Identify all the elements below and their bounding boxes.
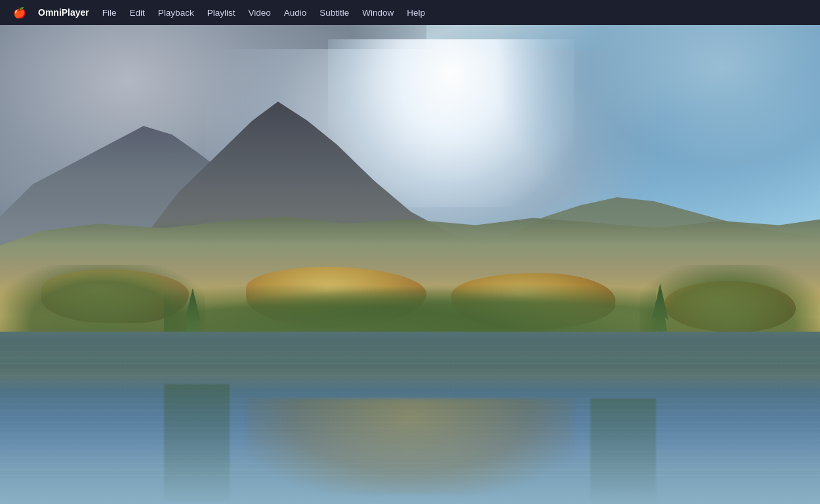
landscape-background — [0, 25, 820, 504]
menu-playlist[interactable]: Playlist — [201, 0, 242, 25]
apple-menu-icon[interactable]: 🍎 — [8, 7, 31, 19]
tree-water-reflection-right — [590, 398, 656, 504]
tree-water-reflection-left — [164, 384, 230, 504]
rock-water-reflection — [246, 398, 574, 494]
video-player-area — [0, 25, 820, 504]
menu-help[interactable]: Help — [400, 0, 432, 25]
menu-window[interactable]: Window — [356, 0, 400, 25]
menubar: 🍎 OmniPlayer File Edit Playback Playlist… — [0, 0, 820, 25]
menu-audio[interactable]: Audio — [277, 0, 314, 25]
menu-playback[interactable]: Playback — [152, 0, 201, 25]
menu-edit[interactable]: Edit — [123, 0, 152, 25]
menu-video[interactable]: Video — [241, 0, 277, 25]
app-name[interactable]: OmniPlayer — [31, 7, 96, 18]
menu-file[interactable]: File — [96, 0, 123, 25]
menu-subtitle[interactable]: Subtitle — [313, 0, 356, 25]
